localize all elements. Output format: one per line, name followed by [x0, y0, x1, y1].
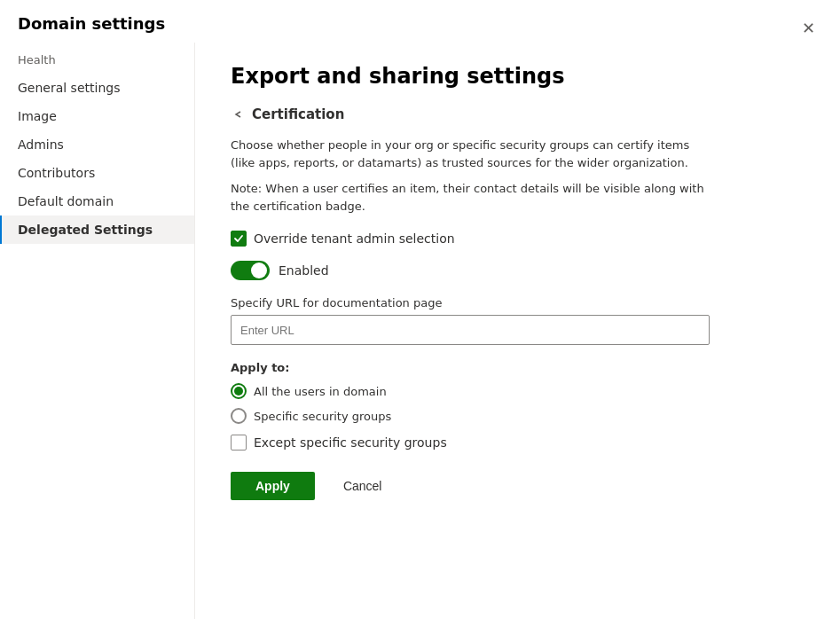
sidebar-item-general-settings[interactable]: General settings [0, 74, 194, 102]
sidebar-item-contributors[interactable]: Contributors [0, 159, 194, 187]
description-1: Choose whether people in your org or spe… [231, 137, 710, 171]
dialog-header: Domain settings ✕ [0, 0, 840, 43]
sidebar-item-delegated-settings[interactable]: Delegated Settings [0, 215, 194, 244]
close-button[interactable]: ✕ [794, 14, 822, 43]
chevron-icon [231, 107, 245, 121]
description-2: Note: When a user certifies an item, the… [231, 180, 710, 215]
except-row[interactable]: Except specific security groups [231, 435, 805, 451]
radio-specific-groups-btn[interactable] [231, 408, 247, 424]
url-label: Specify URL for documentation page [231, 296, 805, 310]
sidebar-section-health: Health [0, 50, 194, 74]
radio-specific-groups[interactable]: Specific security groups [231, 408, 805, 424]
certification-section-header[interactable]: Certification [231, 106, 805, 122]
override-row: Override tenant admin selection [231, 231, 805, 247]
sidebar-item-image[interactable]: Image [0, 102, 194, 130]
radio-all-users[interactable]: All the users in domain [231, 383, 805, 399]
radio-all-users-label: All the users in domain [254, 385, 387, 398]
page-title: Export and sharing settings [231, 64, 805, 89]
main-content: Export and sharing settings Certificatio… [195, 43, 840, 619]
sidebar-item-admins[interactable]: Admins [0, 130, 194, 159]
override-checkbox[interactable] [231, 231, 247, 247]
dialog-body: Health General settings Image Admins Con… [0, 43, 840, 619]
except-label: Except specific security groups [254, 435, 447, 450]
toggle-knob [251, 262, 267, 278]
apply-button[interactable]: Apply [231, 472, 315, 500]
sidebar: Health General settings Image Admins Con… [0, 43, 195, 619]
section-title: Certification [252, 106, 344, 122]
radio-specific-groups-label: Specific security groups [254, 410, 391, 423]
actions-row: Apply Cancel [231, 472, 805, 500]
radio-inner [234, 387, 243, 396]
cancel-button[interactable]: Cancel [326, 472, 400, 500]
toggle-label: Enabled [279, 263, 329, 278]
override-label: Override tenant admin selection [254, 231, 455, 246]
toggle-row: Enabled [231, 261, 805, 280]
dialog-title: Domain settings [18, 14, 165, 33]
enabled-toggle[interactable] [231, 261, 270, 280]
radio-all-users-btn[interactable] [231, 383, 247, 399]
apply-to-label: Apply to: [231, 361, 805, 374]
domain-settings-dialog: Domain settings ✕ Health General setting… [0, 0, 840, 619]
except-checkbox[interactable] [231, 435, 247, 451]
url-input[interactable] [231, 315, 710, 345]
sidebar-item-default-domain[interactable]: Default domain [0, 187, 194, 215]
